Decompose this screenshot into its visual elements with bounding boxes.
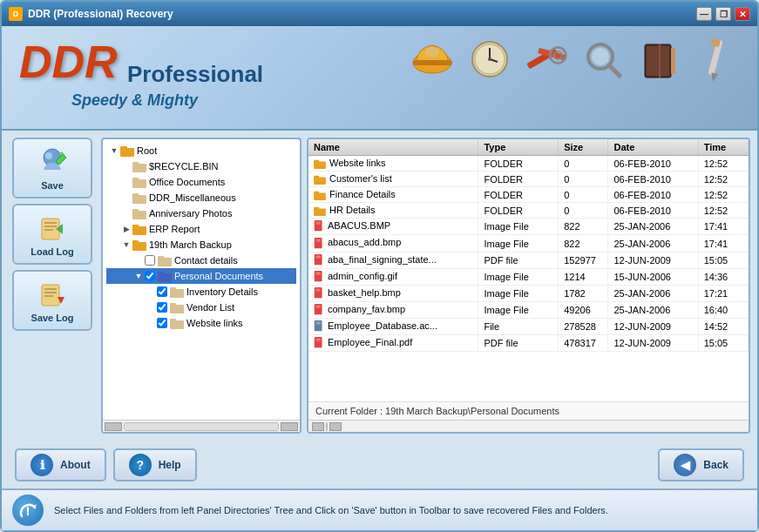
tree-label-inventory: Inventory Details: [186, 286, 258, 297]
tree-item-personal[interactable]: ▼ Personal Documents: [106, 268, 296, 284]
table-row[interactable]: Employee_Final.pdf PDF file 478317 12-JU…: [308, 335, 749, 352]
svg-rect-30: [44, 292, 57, 293]
cell-size: 0: [559, 172, 608, 187]
table-row[interactable]: aba_final_signing_state... PDF file 1529…: [308, 252, 749, 268]
about-icon: ℹ: [30, 454, 53, 476]
tree-item-contact[interactable]: ▶ Contact details: [106, 253, 296, 268]
file-panel: Name Type Size Date Time Website links F…: [307, 138, 750, 434]
personal-toggle[interactable]: ▼: [132, 270, 145, 282]
col-size[interactable]: Size: [559, 139, 608, 156]
file-scroll[interactable]: Name Type Size Date Time Website links F…: [308, 139, 749, 401]
col-time[interactable]: Time: [698, 139, 748, 156]
cell-name: ABACUS.BMP: [308, 219, 478, 235]
load-log-button[interactable]: Load Log: [12, 204, 92, 265]
tree-item-inventory[interactable]: ▶ Inventory Details: [106, 284, 296, 300]
save-icon: [37, 145, 68, 177]
tree-item-misc[interactable]: ▶ DDR_Miscellaneous: [106, 190, 296, 205]
header-logo: DDR Professional Speedy & Mighty: [19, 39, 263, 110]
table-row[interactable]: admin_config.gif Image File 1214 15-JUN-…: [308, 268, 749, 285]
march-toggle[interactable]: ▼: [120, 239, 132, 251]
cell-date: 06-FEB-2010: [608, 187, 698, 203]
svg-rect-86: [316, 339, 321, 340]
svg-rect-74: [316, 273, 321, 273]
tree-label-erp: ERP Report: [149, 224, 200, 234]
website-checkbox[interactable]: [157, 318, 167, 328]
helmet-icon: [409, 35, 457, 83]
title-bar-left: D DDR (Professional) Recovery: [9, 7, 173, 21]
tree-root[interactable]: ▼ Root: [106, 143, 296, 158]
col-type[interactable]: Type: [478, 139, 559, 156]
table-row[interactable]: Employee_Database.ac... File 278528 12-J…: [308, 318, 749, 334]
vendor-checkbox[interactable]: [157, 302, 167, 313]
cell-type: PDF file: [478, 252, 559, 268]
table-row[interactable]: Website links FOLDER 0 06-FEB-2010 12:52: [308, 156, 749, 172]
tree-item-office[interactable]: ▶ Office Documents: [106, 174, 296, 190]
cell-time: 17:41: [698, 219, 748, 235]
erp-icon: [132, 223, 146, 235]
svg-rect-72: [316, 257, 321, 258]
file-hscrollbar[interactable]: [308, 420, 749, 432]
anniversary-icon: [132, 207, 146, 219]
table-row[interactable]: company_fav.bmp Image File 49206 25-JAN-…: [308, 301, 749, 318]
table-row[interactable]: ABACUS.BMP Image File 822 25-JAN-2006 17…: [308, 219, 749, 235]
erp-toggle[interactable]: ▶: [120, 223, 132, 235]
table-row[interactable]: Finance Details FOLDER 0 06-FEB-2010 12:…: [308, 187, 749, 203]
tree-item-march[interactable]: ▼ 19th March Backup: [106, 237, 296, 253]
cell-time: 17:21: [698, 285, 748, 301]
logo-professional: Professional: [127, 61, 263, 87]
col-date[interactable]: Date: [608, 139, 698, 156]
save-log-button[interactable]: Save Log: [12, 270, 92, 331]
march-icon: [132, 239, 146, 251]
table-row[interactable]: abacus_add.bmp Image File 822 25-JAN-200…: [308, 235, 749, 252]
about-button[interactable]: ℹ About: [15, 448, 106, 481]
help-button[interactable]: ? Help: [113, 448, 197, 481]
back-button[interactable]: ◀ Back: [658, 448, 744, 481]
cell-name: basket_help.bmp: [308, 285, 478, 301]
root-toggle[interactable]: ▼: [108, 145, 120, 157]
cell-time: 12:52: [698, 187, 748, 203]
tree-item-website[interactable]: ▶ Website links: [106, 315, 296, 331]
table-row[interactable]: basket_help.bmp Image File 1782 25-JAN-2…: [308, 285, 749, 301]
cell-type: Image File: [478, 268, 559, 285]
contact-checkbox[interactable]: [145, 255, 155, 266]
back-label: Back: [703, 459, 729, 471]
inventory-checkbox[interactable]: [157, 286, 167, 297]
table-row[interactable]: Customer's list FOLDER 0 06-FEB-2010 12:…: [308, 172, 749, 187]
inventory-icon: [170, 286, 184, 298]
svg-rect-83: [316, 322, 321, 323]
cell-size: 0: [559, 156, 608, 172]
table-row[interactable]: HR Details FOLDER 0 06-FEB-2010 12:52: [308, 203, 749, 219]
svg-rect-1: [413, 60, 452, 65]
tree-item-anniversary[interactable]: ▶ Anniversary Photos: [106, 205, 296, 221]
logo-line1: DDR Professional: [19, 39, 263, 88]
cell-type: Image File: [478, 285, 559, 301]
svg-rect-57: [314, 160, 319, 163]
save-button[interactable]: Save: [12, 138, 92, 199]
tree-item-vendor[interactable]: ▶ Vendor List: [106, 300, 296, 315]
tree-item-recycle[interactable]: ▶ $RECYCLE.BIN: [106, 158, 296, 174]
minimize-button[interactable]: —: [696, 7, 712, 21]
tree-hscrollbar[interactable]: [103, 420, 300, 432]
cell-name: aba_final_signing_state...: [308, 252, 478, 268]
tree-label-march: 19th March Backup: [149, 239, 232, 250]
cell-name: Employee_Database.ac...: [308, 318, 478, 334]
cell-name: company_fav.bmp: [308, 301, 478, 318]
cell-time: 17:41: [698, 235, 748, 252]
personal-checkbox[interactable]: [145, 271, 155, 281]
restore-button[interactable]: ❐: [715, 7, 731, 21]
svg-rect-16: [647, 46, 669, 76]
col-name[interactable]: Name: [308, 139, 478, 156]
svg-rect-71: [316, 255, 321, 256]
cell-type: Image File: [478, 235, 559, 252]
cell-name: admin_config.gif: [308, 268, 478, 285]
current-folder-label: Current Folder :: [315, 406, 383, 416]
tree-scroll[interactable]: ▼ Root ▶ $RECYCLE.BIN: [103, 139, 300, 420]
cell-time: 14:36: [698, 268, 748, 285]
tree-hscroll-thumb[interactable]: [124, 422, 279, 431]
close-button[interactable]: ✕: [735, 7, 750, 21]
tree-label-personal: Personal Documents: [174, 271, 263, 281]
tree-item-erp[interactable]: ▶ ERP Report: [106, 221, 296, 237]
logo-ddr: DDR: [19, 39, 118, 84]
svg-rect-68: [316, 239, 321, 239]
cell-time: 16:40: [698, 301, 748, 318]
